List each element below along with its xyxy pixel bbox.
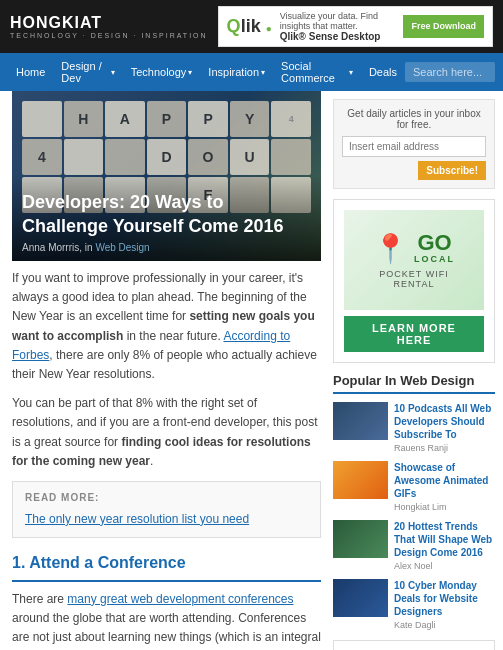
popular-title-2[interactable]: Showcase of Awesome Animated GIFs	[394, 461, 495, 500]
search-input[interactable]	[405, 62, 495, 82]
popular-thumb-2	[333, 461, 388, 499]
tile	[271, 139, 311, 175]
ad-banner[interactable]: Qlik ● Visualize your data. Find insight…	[218, 6, 493, 47]
popular-author-3: Alex Noel	[394, 561, 495, 571]
nav-design[interactable]: Design / Dev ▾	[53, 53, 122, 91]
popular-author-1: Rauens Ranji	[394, 443, 495, 453]
popular-title-4[interactable]: 10 Cyber Monday Deals for Website Design…	[394, 579, 495, 618]
golocal-sub1: POCKET WIFI	[379, 269, 448, 279]
hero-title: Developers: 20 Ways to Challenge Yoursel…	[22, 191, 311, 238]
popular-title-3[interactable]: 20 Hottest Trends That Will Shape Web De…	[394, 520, 495, 559]
ad-text: Visualize your data. Find insights that …	[280, 11, 404, 42]
popular-thumb-3	[333, 520, 388, 558]
tile: 4	[22, 139, 62, 175]
logo-sub: TECHNOLOGY · DESIGN · INSPIRATION	[10, 32, 208, 39]
para1: If you want to improve professionally in…	[12, 269, 321, 384]
nav-home[interactable]: Home	[8, 59, 53, 85]
tile: U	[230, 139, 270, 175]
read-more-box: READ MORE: The only new year resolution …	[12, 481, 321, 538]
popular-info-1: 10 Podcasts All Web Developers Should Su…	[394, 402, 495, 453]
popular-item-3: 20 Hottest Trends That Will Shape Web De…	[333, 520, 495, 571]
nav-social[interactable]: Social Commerce ▾	[273, 53, 361, 91]
para2: You can be part of that 8% with the righ…	[12, 394, 321, 471]
qlik-logo: Qlik ●	[227, 16, 272, 37]
tile	[64, 139, 104, 175]
email-signup-label: Get daily articles in your inbox for fre…	[342, 108, 486, 130]
read-more-label: READ MORE:	[25, 490, 308, 506]
free-download-btn[interactable]: Free Download	[403, 15, 484, 38]
hero-image: H A P P Y 4 4 D O U E	[12, 91, 321, 261]
popular-info-2: Showcase of Awesome Animated GIFs Hongki…	[394, 461, 495, 512]
popular-heading: Popular In Web Design	[333, 373, 495, 394]
hero-category-link[interactable]: Web Design	[95, 242, 149, 253]
nav-bar: Home Design / Dev ▾ Technology ▾ Inspira…	[0, 53, 503, 91]
tile: Y	[230, 101, 270, 137]
popular-thumb-4	[333, 579, 388, 617]
top-header: HONGKIAT TECHNOLOGY · DESIGN · INSPIRATI…	[0, 0, 503, 53]
tile: D	[147, 139, 187, 175]
tile	[22, 101, 62, 137]
tile: A	[105, 101, 145, 137]
popular-thumb-1	[333, 402, 388, 440]
popular-title-1[interactable]: 10 Podcasts All Web Developers Should Su…	[394, 402, 495, 441]
tile: H	[64, 101, 104, 137]
popular-info-4: 10 Cyber Monday Deals for Website Design…	[394, 579, 495, 630]
nav-items: Home Design / Dev ▾ Technology ▾ Inspira…	[8, 53, 405, 91]
hero-meta: Anna Morrris, in Web Design	[22, 242, 311, 253]
tile: O	[188, 139, 228, 175]
popular-author-2: Hongkiat Lim	[394, 502, 495, 512]
nav-inspiration[interactable]: Inspiration ▾	[200, 59, 273, 85]
learn-more-button-1[interactable]: LEARN MORE HERE	[344, 316, 484, 352]
hero-overlay: Developers: 20 Ways to Challenge Yoursel…	[12, 176, 321, 261]
golocal-image: 📍 GO LOCAL POCKET WIFI RENTAL	[344, 210, 484, 310]
logo-text: HONGKIAT	[10, 14, 102, 31]
popular-item-4: 10 Cyber Monday Deals for Website Design…	[333, 579, 495, 630]
golocal-ad-2: 📍 GO LOCAL POCKET WIFI RENTAL LEARN MORE…	[333, 640, 495, 650]
tile	[105, 139, 145, 175]
content-wrap: H A P P Y 4 4 D O U E	[0, 91, 503, 650]
article-body: If you want to improve professionally in…	[12, 269, 321, 650]
popular-author-4: Kate Dagli	[394, 620, 495, 630]
tile: P	[147, 101, 187, 137]
popular-item-2: Showcase of Awesome Animated GIFs Hongki…	[333, 461, 495, 512]
tile: P	[188, 101, 228, 137]
logo: HONGKIAT TECHNOLOGY · DESIGN · INSPIRATI…	[10, 14, 208, 39]
golocal-logo: GO	[414, 232, 455, 254]
conferences-link[interactable]: many great web development conferences	[67, 592, 293, 606]
popular-info-3: 20 Hottest Trends That Will Shape Web De…	[394, 520, 495, 571]
golocal-ad-1: 📍 GO LOCAL POCKET WIFI RENTAL LEARN MORE…	[333, 199, 495, 363]
read-more-link[interactable]: The only new year resolution list you ne…	[25, 512, 249, 526]
email-signup-box: Get daily articles in your inbox for fre…	[333, 99, 495, 189]
para3: There are many great web development con…	[12, 590, 321, 650]
subscribe-button[interactable]: Subscribe!	[418, 161, 486, 180]
popular-item-1: 10 Podcasts All Web Developers Should Su…	[333, 402, 495, 453]
sidebar: Get daily articles in your inbox for fre…	[333, 91, 503, 650]
nav-deals[interactable]: Deals	[361, 59, 405, 85]
email-input[interactable]	[342, 136, 486, 157]
nav-technology[interactable]: Technology ▾	[123, 59, 201, 85]
tile: 4	[271, 101, 311, 137]
section-heading-1: 1. Attend a Conference	[12, 550, 321, 582]
golocal-sub2: RENTAL	[394, 279, 435, 289]
main-content: H A P P Y 4 4 D O U E	[0, 91, 333, 650]
